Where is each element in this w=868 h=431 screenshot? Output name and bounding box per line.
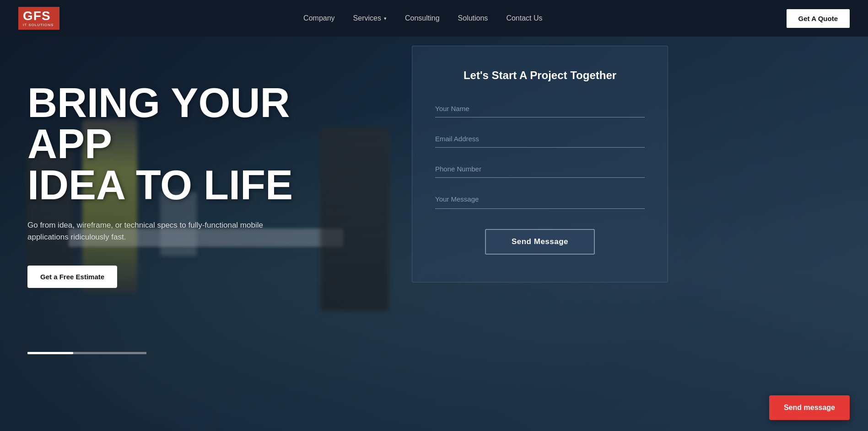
free-estimate-button[interactable]: Get a Free Estimate <box>27 266 117 288</box>
nav-link-company[interactable]: Company <box>303 14 334 22</box>
name-field-wrapper <box>435 100 645 117</box>
hero-section: BRING YOUR APP IDEA TO LIFE Go from idea… <box>0 37 868 431</box>
contact-form: Send Message <box>435 100 645 255</box>
phone-field-wrapper <box>435 160 645 178</box>
message-field-wrapper <box>435 191 645 211</box>
contact-form-title: Let's Start A Project Together <box>435 69 645 82</box>
hero-title: BRING YOUR APP IDEA TO LIFE <box>27 82 384 206</box>
send-message-button[interactable]: Send Message <box>485 229 595 255</box>
name-input[interactable] <box>435 100 645 117</box>
nav-item-services[interactable]: Services ▾ <box>353 14 387 22</box>
nav-link-services[interactable]: Services ▾ <box>353 14 387 22</box>
logo-sub: IT SOLUTIONS <box>23 23 54 27</box>
nav-link-contact[interactable]: Contact Us <box>506 14 542 22</box>
phone-input[interactable] <box>435 160 645 178</box>
nav-links: Company Services ▾ Consulting Solutions … <box>303 14 542 22</box>
logo-gfs: GFS <box>23 10 54 22</box>
nav-item-solutions[interactable]: Solutions <box>458 14 488 22</box>
nav-item-contact[interactable]: Contact Us <box>506 14 542 22</box>
contact-form-panel: Let's Start A Project Together Send Mess… <box>412 46 668 282</box>
nav-link-solutions[interactable]: Solutions <box>458 14 488 22</box>
scroll-indicator <box>27 352 146 354</box>
email-input[interactable] <box>435 130 645 148</box>
scroll-bar-inner <box>27 352 73 354</box>
hero-subtitle: Go from idea, wireframe, or technical sp… <box>27 219 284 243</box>
floating-send-button[interactable]: Send message <box>769 395 850 420</box>
logo[interactable]: GFS IT SOLUTIONS <box>18 7 59 30</box>
chevron-down-icon: ▾ <box>384 16 387 21</box>
email-field-wrapper <box>435 130 645 148</box>
hero-content: BRING YOUR APP IDEA TO LIFE Go from idea… <box>0 37 412 382</box>
nav-item-consulting[interactable]: Consulting <box>405 14 440 22</box>
nav-link-consulting[interactable]: Consulting <box>405 14 440 22</box>
get-quote-button[interactable]: Get A Quote <box>787 9 850 28</box>
navbar: GFS IT SOLUTIONS Company Services ▾ Cons… <box>0 0 868 37</box>
message-input[interactable] <box>435 191 645 209</box>
nav-item-company[interactable]: Company <box>303 14 334 22</box>
